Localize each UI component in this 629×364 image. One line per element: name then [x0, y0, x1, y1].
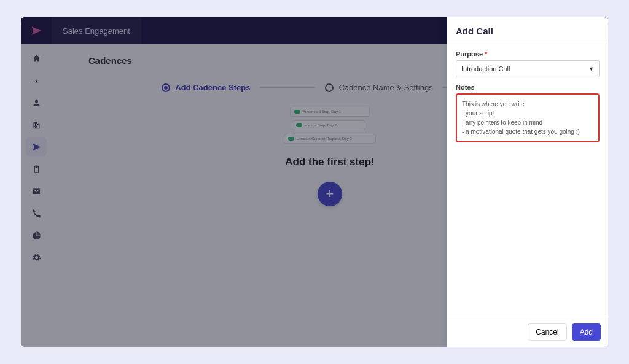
clipboard-icon[interactable]: [26, 160, 47, 178]
wizard-step-label: Add Cadence Steps: [175, 83, 250, 92]
wizard-step-add-cadence[interactable]: Add Cadence Steps: [162, 83, 250, 92]
toggle-on-icon: [294, 110, 300, 114]
preview-card-label: Manual Step, Day 2: [305, 123, 337, 127]
preview-card: Automated Step, Day 1: [290, 107, 370, 117]
preview-card-label: LinkedIn Connect Request, Day 3: [297, 137, 352, 141]
user-icon[interactable]: [26, 93, 47, 112]
add-button[interactable]: Add: [572, 323, 601, 341]
product-label: Sales Engagement: [52, 17, 141, 44]
radio-inactive-icon: [325, 83, 334, 92]
preview-card: Manual Step, Day 2: [292, 120, 365, 130]
phone-icon[interactable]: [26, 204, 47, 222]
purpose-select[interactable]: Introduction Call ▼: [456, 60, 600, 77]
plus-icon: +: [326, 186, 334, 202]
notes-label: Notes: [456, 83, 600, 91]
mail-icon[interactable]: [26, 182, 47, 200]
required-asterisk: *: [485, 50, 487, 58]
inbox-download-icon[interactable]: [26, 71, 47, 90]
chevron-down-icon: ▼: [588, 66, 594, 72]
drawer-footer: Cancel Add: [447, 317, 608, 347]
gear-icon[interactable]: [26, 248, 47, 266]
sidebar: [21, 44, 52, 347]
wizard-divider: [260, 87, 315, 88]
wizard-step-label: Cadence Name & Settings: [338, 83, 432, 92]
toggle-on-icon: [296, 123, 302, 127]
drawer-title: Add Call: [447, 17, 608, 44]
wizard-step-name-settings[interactable]: Cadence Name & Settings: [325, 83, 432, 92]
add-step-button[interactable]: +: [318, 182, 342, 206]
add-call-drawer: Add Call Purpose * Introduction Call ▼ N…: [447, 17, 608, 347]
radio-active-icon: [162, 83, 170, 92]
send-icon[interactable]: [26, 137, 47, 156]
app-logo-icon[interactable]: [21, 25, 52, 36]
notes-textarea[interactable]: This is where you write - your script - …: [456, 93, 600, 142]
chart-pie-icon[interactable]: [26, 226, 47, 244]
preview-card: LinkedIn Connect Request, Day 3: [284, 134, 376, 144]
purpose-select-value: Introduction Call: [461, 65, 510, 72]
purpose-label: Purpose *: [456, 50, 600, 58]
preview-card-label: Automated Step, Day 1: [303, 110, 341, 114]
toggle-on-icon: [288, 137, 294, 141]
building-icon[interactable]: [26, 115, 47, 134]
home-icon[interactable]: [26, 49, 47, 68]
cancel-button[interactable]: Cancel: [528, 323, 566, 341]
